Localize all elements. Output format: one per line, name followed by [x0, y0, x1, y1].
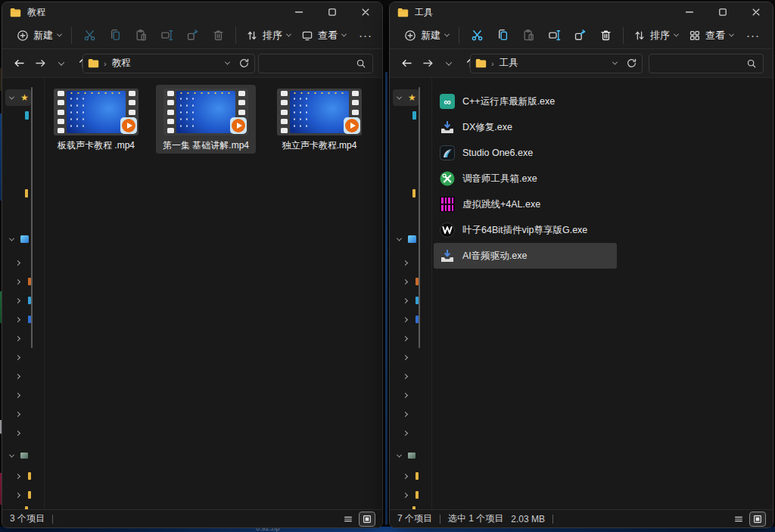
delete-button[interactable] [205, 25, 231, 46]
new-button[interactable]: 新建 [399, 25, 454, 46]
close-button[interactable] [349, 2, 382, 22]
file-item[interactable]: 虚拟跳线+4AL.exe [434, 191, 617, 217]
sidebar-expander[interactable] [5, 368, 31, 384]
file-item[interactable]: Studio One6.exe [434, 140, 617, 166]
sidebar-expander[interactable] [393, 330, 419, 347]
minimize-button[interactable] [673, 2, 706, 22]
sidebar-expander[interactable] [393, 292, 419, 309]
sidebar-expander[interactable] [393, 406, 419, 422]
sidebar-expander[interactable] [5, 387, 31, 403]
sidebar-expander[interactable] [5, 349, 31, 366]
back-button[interactable] [396, 53, 417, 74]
close-button[interactable] [739, 2, 773, 22]
onedrive-icon [412, 111, 416, 120]
details-view-toggle[interactable] [341, 512, 356, 526]
address-bar[interactable]: › 工具 [470, 54, 643, 73]
rename-button[interactable] [154, 25, 179, 46]
sidebar-expander[interactable] [393, 487, 419, 503]
sidebar-expander[interactable] [5, 487, 31, 503]
sidebar-expander[interactable] [393, 349, 419, 366]
navigation-pane[interactable]: ★ [390, 78, 432, 511]
view-button[interactable]: 查看 [683, 25, 739, 46]
navpane-scrollbar[interactable] [419, 87, 420, 348]
window-title: 工具 [415, 6, 673, 19]
cut-button[interactable] [76, 25, 102, 46]
see-more-button[interactable]: ··· [351, 25, 380, 46]
forward-button[interactable] [417, 53, 438, 74]
breadcrumb-folder[interactable]: 工具 [500, 57, 613, 70]
sidebar-expander[interactable] [5, 468, 31, 484]
large-icons-view-toggle[interactable] [750, 512, 765, 526]
sort-button[interactable]: 排序 [628, 25, 683, 46]
navpane-scrollbar[interactable] [31, 87, 33, 348]
file-item-selected[interactable]: AI音频驱动.exe [434, 243, 617, 269]
titlebar[interactable]: 工具 [390, 2, 773, 22]
refresh-button[interactable] [626, 58, 637, 69]
cut-button[interactable] [464, 25, 490, 46]
sidebar-item-home[interactable]: ★ [393, 89, 419, 106]
sidebar-expander[interactable] [393, 254, 419, 271]
sidebar-item-network[interactable] [393, 447, 419, 464]
share-button[interactable] [179, 25, 205, 46]
share-button[interactable] [567, 25, 593, 46]
file-item[interactable]: 板载声卡教程 .mp4 [46, 85, 146, 154]
sidebar-expander[interactable] [393, 387, 419, 403]
new-button[interactable]: 新建 [11, 25, 67, 46]
back-button[interactable] [8, 53, 30, 74]
address-dropdown-icon[interactable] [612, 60, 618, 65]
sidebar-expander[interactable] [393, 368, 419, 384]
sidebar-item-home[interactable]: ★ [5, 89, 31, 106]
navigation-pane[interactable]: ★ [2, 78, 45, 511]
file-item[interactable]: 第一集 基础讲解.mp4 [156, 85, 256, 154]
chevron-down-icon [729, 32, 734, 37]
sidebar-item-this-pc[interactable] [393, 231, 419, 247]
file-item[interactable]: 叶子64Bit插件vip尊享版G.exe [434, 217, 617, 243]
sidebar-expander[interactable] [393, 273, 419, 290]
sidebar-expander[interactable] [393, 311, 419, 328]
file-item[interactable]: DX修复.exe [434, 114, 617, 140]
status-divider [440, 515, 440, 524]
address-dropdown-icon[interactable] [225, 60, 230, 65]
refresh-button[interactable] [238, 58, 250, 69]
sidebar-expander[interactable] [393, 425, 419, 441]
paste-button[interactable] [515, 25, 541, 46]
sidebar-expander[interactable] [5, 311, 31, 328]
recent-locations-button[interactable] [51, 53, 72, 74]
rename-button[interactable] [541, 25, 567, 46]
sidebar-item-this-pc[interactable] [5, 231, 31, 247]
sidebar-expander[interactable] [5, 292, 31, 309]
maximize-button[interactable] [316, 2, 349, 22]
sidebar-expander[interactable] [5, 425, 31, 441]
file-item[interactable]: ∞ C++运行库最新版.exe [434, 89, 617, 114]
file-item[interactable]: 调音师工具箱.exe [434, 166, 617, 191]
sidebar-item-network[interactable] [5, 447, 31, 464]
recent-locations-button[interactable] [438, 53, 459, 74]
titlebar[interactable]: 教程 [2, 2, 382, 22]
chevron-down-icon [341, 32, 347, 37]
search-input[interactable] [258, 54, 373, 73]
view-button-label: 查看 [318, 29, 338, 42]
copy-button[interactable] [490, 25, 515, 46]
search-input[interactable] [649, 54, 764, 73]
copy-button[interactable] [102, 25, 128, 46]
breadcrumb-folder[interactable]: 教程 [112, 57, 226, 70]
sort-button[interactable]: 排序 [241, 25, 296, 46]
sidebar-expander[interactable] [393, 468, 419, 484]
sidebar-expander[interactable] [5, 330, 31, 347]
sidebar-expander[interactable] [5, 273, 31, 290]
sidebar-expander[interactable] [5, 254, 31, 271]
address-bar[interactable]: › 教程 [82, 54, 255, 73]
view-button[interactable]: 查看 [296, 25, 351, 46]
sidebar-expander[interactable] [5, 406, 31, 422]
file-item[interactable]: 独立声卡教程.mp4 [269, 85, 369, 154]
forward-button[interactable] [30, 53, 51, 74]
file-view-thumbnails[interactable]: 板载声卡教程 .mp4 第一集 基础讲解.mp4 独立声卡教程. [45, 78, 382, 511]
delete-button[interactable] [593, 25, 618, 46]
large-icons-view-toggle[interactable] [359, 512, 375, 526]
details-view-toggle[interactable] [731, 512, 746, 526]
minimize-button[interactable] [282, 2, 316, 22]
file-view-list[interactable]: ∞ C++运行库最新版.exe DX修复.exe Studio One6.exe [432, 78, 773, 511]
paste-button[interactable] [128, 25, 154, 46]
see-more-button[interactable]: ··· [739, 25, 767, 46]
maximize-button[interactable] [706, 2, 739, 22]
